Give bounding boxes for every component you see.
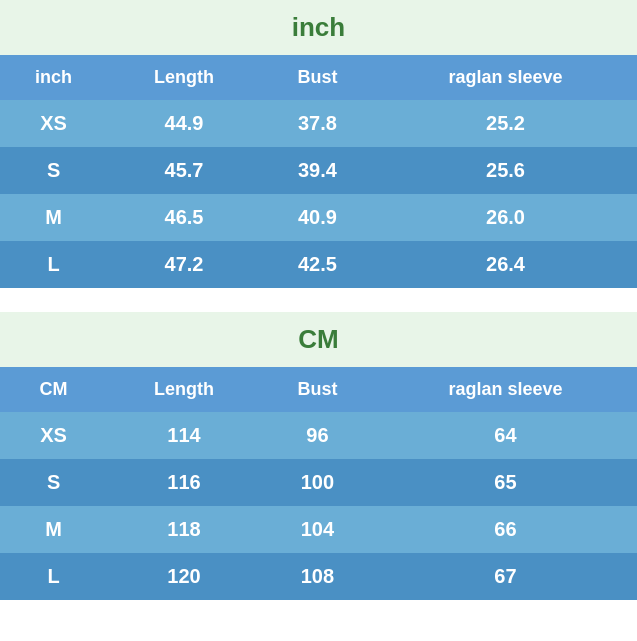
data-row: M46.540.926.0 <box>0 194 637 241</box>
measurement-note: Please allow 1-3CM differences due to ma… <box>0 600 637 641</box>
size-cell: M <box>0 194 107 241</box>
value-cell: 37.8 <box>261 100 374 147</box>
value-cell: 108 <box>261 553 374 600</box>
data-row: XS1149664 <box>0 412 637 459</box>
value-cell: 40.9 <box>261 194 374 241</box>
value-cell: 47.2 <box>107 241 261 288</box>
col-header-3: raglan sleeve <box>374 55 637 100</box>
col-header-2: Bust <box>261 55 374 100</box>
value-cell: 46.5 <box>107 194 261 241</box>
data-row: XS44.937.825.2 <box>0 100 637 147</box>
value-cell: 45.7 <box>107 147 261 194</box>
data-row: S45.739.425.6 <box>0 147 637 194</box>
value-cell: 120 <box>107 553 261 600</box>
value-cell: 116 <box>107 459 261 506</box>
column-headers-cm: CMLengthBustraglan sleeve <box>0 367 637 412</box>
value-cell: 66 <box>374 506 637 553</box>
value-cell: 65 <box>374 459 637 506</box>
value-cell: 44.9 <box>107 100 261 147</box>
value-cell: 26.4 <box>374 241 637 288</box>
size-cell: S <box>0 147 107 194</box>
size-cell: L <box>0 553 107 600</box>
size-cell: XS <box>0 412 107 459</box>
note-row: Please allow 1-3CM differences due to ma… <box>0 600 637 641</box>
col-header-1: Length <box>107 55 261 100</box>
size-chart: inchinchLengthBustraglan sleeveXS44.937.… <box>0 0 637 641</box>
spacer-row <box>0 288 637 312</box>
value-cell: 104 <box>261 506 374 553</box>
data-row: L47.242.526.4 <box>0 241 637 288</box>
column-headers-inch: inchLengthBustraglan sleeve <box>0 55 637 100</box>
data-row: L12010867 <box>0 553 637 600</box>
col-header-0: CM <box>0 367 107 412</box>
value-cell: 118 <box>107 506 261 553</box>
value-cell: 64 <box>374 412 637 459</box>
value-cell: 42.5 <box>261 241 374 288</box>
size-table: inchinchLengthBustraglan sleeveXS44.937.… <box>0 0 637 641</box>
value-cell: 26.0 <box>374 194 637 241</box>
data-row: S11610065 <box>0 459 637 506</box>
col-header-2: Bust <box>261 367 374 412</box>
col-header-3: raglan sleeve <box>374 367 637 412</box>
unit-header-cm: CM <box>0 312 637 367</box>
data-row: M11810466 <box>0 506 637 553</box>
value-cell: 100 <box>261 459 374 506</box>
value-cell: 96 <box>261 412 374 459</box>
col-header-0: inch <box>0 55 107 100</box>
unit-header-inch: inch <box>0 0 637 55</box>
value-cell: 39.4 <box>261 147 374 194</box>
size-cell: L <box>0 241 107 288</box>
value-cell: 67 <box>374 553 637 600</box>
size-cell: M <box>0 506 107 553</box>
value-cell: 25.6 <box>374 147 637 194</box>
col-header-1: Length <box>107 367 261 412</box>
value-cell: 114 <box>107 412 261 459</box>
size-cell: XS <box>0 100 107 147</box>
value-cell: 25.2 <box>374 100 637 147</box>
size-cell: S <box>0 459 107 506</box>
